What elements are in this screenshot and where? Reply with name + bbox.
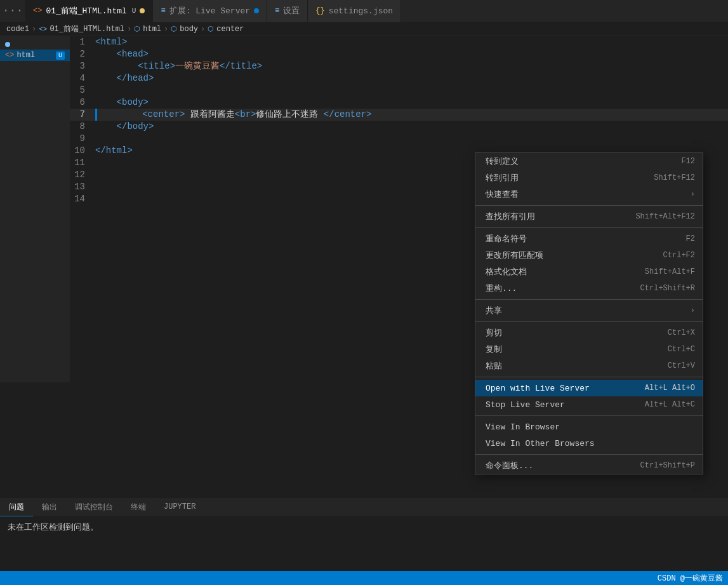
ctx-stop-live-server-shortcut: Alt+L Alt+C <box>645 400 695 409</box>
ctx-format[interactable]: 格式化文档 Shift+Alt+F <box>475 264 703 280</box>
ctx-copy-label: 复制 <box>486 344 502 355</box>
ctx-open-live-server-label: Open with Live Server <box>486 384 590 393</box>
line-num-4: 4 <box>70 72 95 84</box>
settings-icon: ≡ <box>275 6 279 15</box>
ctx-sep-2 <box>475 227 703 228</box>
line-num-8: 8 <box>70 121 95 133</box>
tab-json[interactable]: {} settings.json <box>308 0 401 22</box>
panel-tab-jupyter[interactable]: JUPYTER <box>155 499 204 516</box>
ctx-sep-5 <box>475 377 703 377</box>
ctx-share[interactable]: 共享 › <box>475 302 703 319</box>
line-num-6: 6 <box>70 97 95 109</box>
tab-json-label: settings.json <box>329 6 393 16</box>
ctx-change-all-shortcut: Ctrl+F2 <box>663 251 695 260</box>
line-num-13: 13 <box>70 181 95 193</box>
breadcrumb-html-tag-icon: ⬡ <box>134 25 140 33</box>
ctx-rename[interactable]: 重命名符号 F2 <box>475 231 703 247</box>
ctx-change-all[interactable]: 更改所有匹配项 Ctrl+F2 <box>475 247 703 264</box>
breadcrumb-html-icon: <> <box>39 25 47 33</box>
ctx-paste-shortcut: Ctrl+V <box>668 361 695 370</box>
breadcrumb-html[interactable]: html <box>143 25 161 34</box>
line-content-6: <body> <box>95 97 728 109</box>
line-num-7: 7 <box>70 109 95 121</box>
tab-settings[interactable]: ≡ 设置 <box>267 0 308 22</box>
tab-modified-dot <box>140 8 145 13</box>
line-num-9: 9 <box>70 133 95 145</box>
status-bar: CSDN @一碗黄豆酱 <box>0 571 728 585</box>
tab-html-badge: U <box>132 7 136 15</box>
line-num-1: 1 <box>70 36 95 48</box>
ctx-find-all-refs-shortcut: Shift+Alt+F12 <box>635 212 695 221</box>
ctx-view-other-browsers-label: View In Other Browsers <box>486 439 595 448</box>
panel-tab-debug-label: 调试控制台 <box>75 502 113 513</box>
ctx-peek-label: 快速查看 <box>486 189 519 200</box>
code-line-9: 9 <box>70 133 728 145</box>
panel-tab-debug[interactable]: 调试控制台 <box>66 499 122 516</box>
line-num-11: 11 <box>70 157 95 169</box>
sidebar-badge: U <box>56 51 65 60</box>
tab-html-label: 01_前端_HTML.html <box>46 5 126 17</box>
ctx-share-arrow: › <box>691 306 695 315</box>
tab-ext[interactable]: ≡ 扩展: Live Server <box>153 0 267 22</box>
ctx-view-in-browser-label: View In Browser <box>486 422 560 432</box>
breadcrumb-code1[interactable]: code1 <box>6 25 29 34</box>
ctx-open-live-server[interactable]: Open with Live Server Alt+L Alt+O <box>475 380 703 396</box>
ctx-stop-live-server[interactable]: Stop Live Server Alt+L Alt+C <box>475 396 703 413</box>
sidebar-file-item[interactable]: <> html U <box>0 50 70 61</box>
ctx-view-in-browser[interactable]: View In Browser <box>475 419 703 435</box>
ctx-find-all-refs-label: 查找所有引用 <box>486 211 535 222</box>
more-tabs-button[interactable]: ··· <box>0 0 25 22</box>
ctx-sep-4 <box>475 321 703 322</box>
ctx-sep-1 <box>475 205 703 206</box>
ctx-goto-ref[interactable]: 转到引用 Shift+F12 <box>475 170 703 186</box>
ctx-change-all-label: 更改所有匹配项 <box>486 250 543 261</box>
line-content-3: <title>一碗黄豆酱</title> <box>95 60 728 72</box>
ctx-sep-3 <box>475 299 703 300</box>
ctx-find-all-refs[interactable]: 查找所有引用 Shift+Alt+F12 <box>475 208 703 225</box>
panel-tab-terminal[interactable]: 终端 <box>122 499 155 516</box>
ctx-paste[interactable]: 粘贴 Ctrl+V <box>475 358 703 374</box>
code-line-3: 3 <title>一碗黄豆酱</title> <box>70 60 728 72</box>
ctx-goto-def[interactable]: 转到定义 F12 <box>475 153 703 170</box>
breadcrumb-body[interactable]: body <box>180 25 198 34</box>
ctx-rename-shortcut: F2 <box>686 234 695 243</box>
tab-bar: ··· <> 01_前端_HTML.html U ≡ 扩展: Live Serv… <box>0 0 728 22</box>
ctx-view-other-browsers[interactable]: View In Other Browsers <box>475 435 703 452</box>
panel-tabs: 问题 输出 调试控制台 终端 JUPYTER <box>0 499 728 516</box>
breadcrumb-center[interactable]: center <box>216 25 244 34</box>
line-content-8: </body> <box>95 121 728 133</box>
panel-tab-terminal-label: 终端 <box>131 502 146 513</box>
ctx-refactor[interactable]: 重构... Ctrl+Shift+R <box>475 280 703 297</box>
status-bar-text: CSDN @一碗黄豆酱 <box>658 573 723 584</box>
panel-tab-output[interactable]: 输出 <box>33 499 66 516</box>
panel-no-problems-text: 未在工作区检测到问题。 <box>8 523 98 532</box>
line-num-5: 5 <box>70 84 95 97</box>
tab-ext-label: 扩展: Live Server <box>169 5 250 17</box>
ctx-copy-shortcut: Ctrl+C <box>668 345 695 354</box>
tab-html[interactable]: <> 01_前端_HTML.html U <box>25 0 153 22</box>
ctx-refactor-label: 重构... <box>486 283 517 294</box>
sep4: › <box>201 25 205 34</box>
tab-ext-dot <box>254 8 259 13</box>
ctx-command-palette[interactable]: 命令面板... Ctrl+Shift+P <box>475 457 703 474</box>
ctx-share-label: 共享 <box>486 305 502 316</box>
ctx-copy[interactable]: 复制 Ctrl+C <box>475 341 703 358</box>
ctx-sep-6 <box>475 415 703 416</box>
line-content-4: </head> <box>95 72 728 84</box>
panel-tab-output-label: 输出 <box>42 502 57 513</box>
code-line-6: 6 <body> <box>70 97 728 109</box>
ctx-refactor-shortcut: Ctrl+Shift+R <box>640 284 695 293</box>
line-content-1: <html> <box>95 36 728 48</box>
line-content-2: <head> <box>95 48 728 60</box>
ctx-command-palette-label: 命令面板... <box>486 460 533 471</box>
breadcrumb-center-icon: ⬡ <box>208 25 214 33</box>
sidebar-filename: html <box>17 51 35 60</box>
line-num-3: 3 <box>70 60 95 72</box>
context-menu: 转到定义 F12 转到引用 Shift+F12 快速查看 › 查找所有引用 Sh… <box>475 152 703 474</box>
panel-tab-problems[interactable]: 问题 <box>0 499 33 516</box>
line-content-7: <center> 跟着阿酱走<br>修仙路上不迷路 </center> <box>97 109 728 121</box>
ctx-peek[interactable]: 快速查看 › <box>475 186 703 203</box>
ctx-cut[interactable]: 剪切 Ctrl+X <box>475 325 703 341</box>
tab-settings-label: 设置 <box>283 5 300 17</box>
breadcrumb-filename[interactable]: 01_前端_HTML.html <box>50 24 124 34</box>
